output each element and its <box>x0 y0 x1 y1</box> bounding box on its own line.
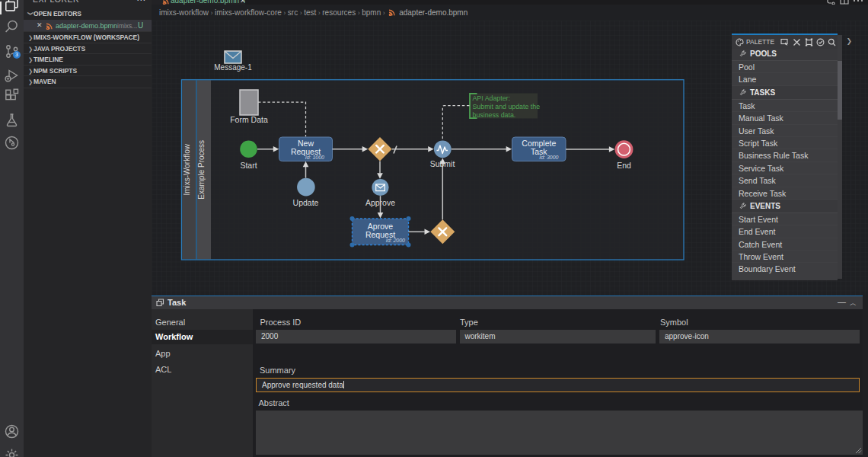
svg-text:Example Process: Example Process <box>197 140 206 200</box>
svg-text:business data.: business data. <box>473 111 516 119</box>
svg-text:API Adapter:: API Adapter: <box>473 94 510 102</box>
svg-text:Message-1: Message-1 <box>214 63 252 72</box>
svg-text:New: New <box>298 139 314 148</box>
svg-text:Id: 2000: Id: 2000 <box>386 238 405 243</box>
svg-text:Complete: Complete <box>522 139 556 148</box>
svg-text:Form Data: Form Data <box>230 115 268 124</box>
svg-text:Id: 1000: Id: 1000 <box>305 155 324 160</box>
svg-text:Submit: Submit <box>430 159 455 168</box>
svg-text:Submit and update the: Submit and update the <box>473 103 541 110</box>
svg-text:Start: Start <box>240 161 257 170</box>
svg-text:Imixs-Workflow: Imixs-Workflow <box>183 143 191 195</box>
svg-text:Aprove: Aprove <box>368 222 393 231</box>
svg-text:Id: 3000: Id: 3000 <box>539 155 558 160</box>
svg-text:Update: Update <box>293 198 319 207</box>
svg-text:End: End <box>617 161 631 170</box>
